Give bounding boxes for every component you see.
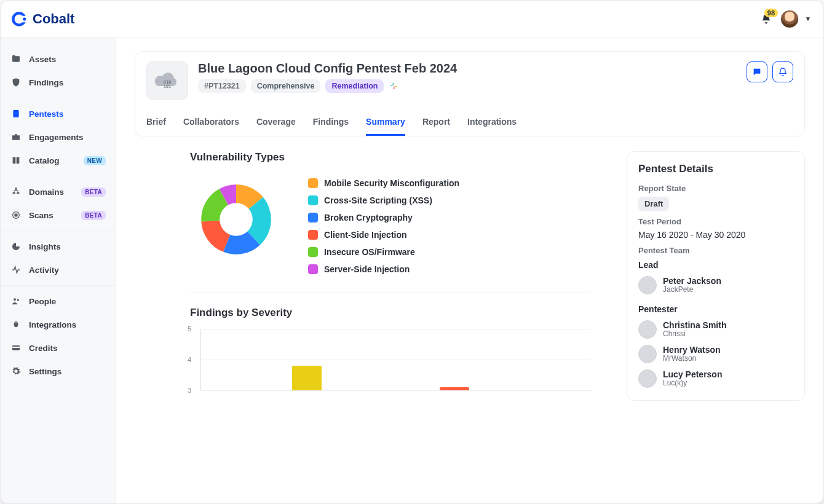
donut-chart (190, 173, 282, 266)
legend-label: Insecure OS/Firmware (324, 247, 415, 257)
sitemap-icon (10, 186, 22, 197)
legend-label: Server-Side Injection (324, 264, 410, 274)
pentesters-list: Christina SmithChrissiHenry WatsonMrWats… (638, 320, 793, 388)
label-lead: Lead (638, 260, 793, 270)
sidebar-item-label: Assets (29, 55, 56, 64)
sidebar: Assets Findings Pentests Engagements (1, 37, 116, 503)
vulnerability-types-chart: Mobile Security MisconfigurationCross-Si… (190, 173, 591, 274)
badge-new: NEW (84, 156, 106, 165)
avatar (638, 369, 657, 388)
sidebar-item-findings[interactable]: Findings (1, 71, 116, 94)
sidebar-item-settings[interactable]: Settings (1, 360, 116, 383)
shield-icon (10, 77, 22, 88)
badge-beta: BETA (81, 211, 106, 220)
person-handle: Luc(k)y (663, 379, 722, 388)
person-handle: MrWatson (663, 355, 721, 363)
tab-integrations[interactable]: Integrations (467, 111, 517, 136)
team-pentester[interactable]: Lucy PetersonLuc(k)y (638, 369, 793, 388)
sidebar-item-label: Engagements (29, 133, 84, 142)
sidebar-item-label: Integrations (29, 320, 76, 329)
topbar-right: 98 ▼ (761, 10, 811, 28)
tab-label: Brief (146, 117, 166, 127)
folder-icon (10, 53, 22, 65)
tab-report[interactable]: Report (422, 111, 450, 136)
chevron-down-icon[interactable]: ▼ (805, 15, 811, 22)
svg-point-15 (220, 203, 253, 236)
team-lead[interactable]: Peter Jackson JackPete (638, 276, 793, 294)
tab-label: Findings (313, 117, 349, 127)
gear-icon (10, 366, 22, 377)
sidebar-item-scans[interactable]: Scans BETA (1, 203, 116, 227)
tag-comprehensive: Comprehensive (251, 79, 321, 93)
brand[interactable]: Cobalt (10, 10, 74, 28)
sidebar-item-catalog[interactable]: Catalog NEW (1, 149, 116, 172)
tab-brief[interactable]: Brief (146, 111, 166, 136)
sidebar-item-insights[interactable]: Insights (1, 235, 116, 258)
label-pentester: Pentester (638, 304, 793, 314)
sidebar-item-pentests[interactable]: Pentests (1, 102, 116, 125)
legend-label: Broken Cryptography (324, 213, 413, 222)
legend-swatch (308, 247, 318, 257)
sidebar-item-engagements[interactable]: Engagements (1, 125, 116, 149)
comments-button[interactable] (747, 61, 767, 82)
tab-findings[interactable]: Findings (313, 111, 349, 136)
svg-rect-8 (12, 347, 20, 348)
tab-collaborators[interactable]: Collaborators (183, 111, 239, 136)
legend-swatch (308, 195, 318, 205)
person-handle: Chrissi (663, 330, 726, 339)
person-name: Christina Smith (663, 320, 726, 330)
test-period-value: May 16 2020 - May 30 2020 (638, 230, 793, 240)
notifications-button[interactable]: 98 (761, 14, 772, 25)
tab-summary[interactable]: Summary (366, 111, 405, 136)
details-title: Pentest Details (638, 163, 793, 175)
team-pentester[interactable]: Christina SmithChrissi (638, 320, 793, 339)
pentest-cloud-icon: 010101 (146, 61, 188, 100)
sidebar-item-activity[interactable]: Activity (1, 258, 116, 282)
svg-rect-14 (394, 87, 394, 89)
tab-label: Coverage (256, 117, 296, 127)
bar (440, 387, 469, 390)
sidebar-item-label: Insights (29, 242, 61, 251)
sidebar-item-label: Catalog (29, 156, 60, 165)
sidebar-item-label: People (29, 297, 56, 306)
bar (292, 366, 322, 390)
slack-icon[interactable] (389, 81, 398, 91)
chat-icon (752, 67, 762, 77)
legend-swatch (308, 230, 318, 240)
tab-label: Collaborators (183, 117, 239, 127)
y-tick: 3 (188, 387, 191, 394)
sidebar-item-domains[interactable]: Domains BETA (1, 180, 116, 203)
briefcase-icon (10, 132, 22, 143)
pentest-title: Blue Lagoon Cloud Config Pentest Feb 202… (198, 61, 457, 76)
pentest-header-card: 010101 Blue Lagoon Cloud Config Pentest … (135, 51, 805, 136)
sidebar-item-label: Pentests (29, 109, 63, 119)
bell-icon (778, 67, 788, 77)
piechart-icon (10, 241, 22, 252)
sidebar-item-integrations[interactable]: Integrations (1, 313, 116, 336)
plug-icon (10, 319, 22, 330)
label-report-state: Report State (638, 184, 793, 193)
legend-label: Mobile Security Misconfiguration (324, 178, 459, 188)
sidebar-item-people[interactable]: People (1, 289, 116, 313)
activity-icon (10, 264, 22, 275)
sidebar-item-credits[interactable]: Credits (1, 336, 116, 360)
svg-point-2 (23, 17, 26, 20)
legend-item: Cross-Site Scripting (XSS) (308, 195, 459, 205)
sidebar-item-label: Credits (29, 344, 58, 353)
section-divider (190, 293, 591, 293)
sidebar-item-label: Domains (29, 187, 64, 197)
book-icon (10, 155, 22, 166)
subscribe-button[interactable] (772, 61, 793, 82)
avatar (638, 276, 657, 294)
tab-coverage[interactable]: Coverage (256, 111, 296, 136)
y-tick: 5 (188, 325, 191, 333)
cobalt-logo-icon (10, 10, 28, 28)
header-actions (747, 61, 793, 82)
team-pentester[interactable]: Henry WatsonMrWatson (638, 345, 793, 363)
svg-point-4 (15, 214, 17, 216)
sidebar-item-assets[interactable]: Assets (1, 47, 116, 71)
user-avatar[interactable] (780, 10, 799, 28)
svg-point-6 (17, 299, 19, 301)
target-icon (10, 210, 22, 221)
legend-item: Insecure OS/Firmware (308, 247, 459, 257)
